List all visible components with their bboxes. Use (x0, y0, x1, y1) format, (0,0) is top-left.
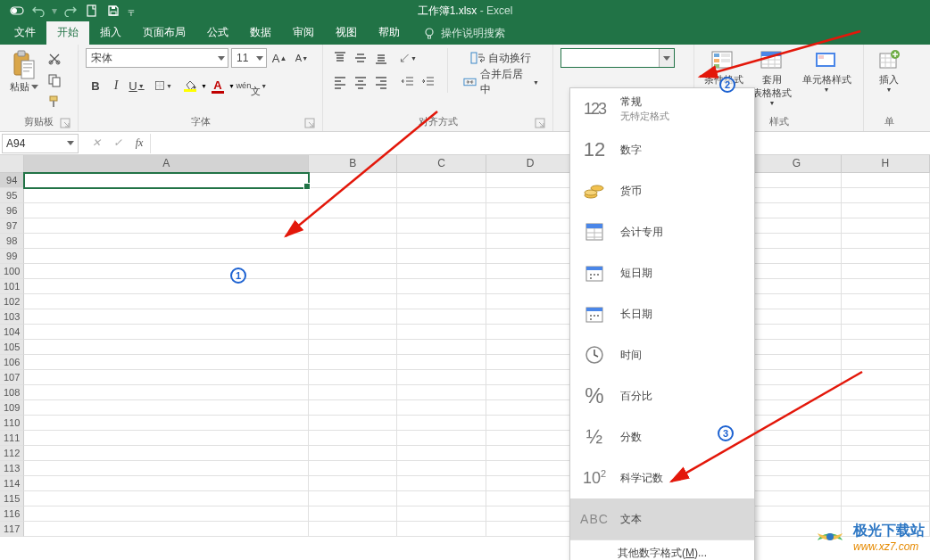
save-button[interactable] (104, 1, 123, 21)
cell[interactable] (24, 203, 309, 218)
format-painter-button[interactable] (45, 93, 64, 111)
cell[interactable] (309, 218, 397, 234)
align-center-button[interactable] (351, 72, 370, 92)
cell[interactable] (486, 203, 575, 218)
cell[interactable] (842, 431, 930, 446)
cell[interactable] (486, 506, 575, 522)
col-header-B[interactable]: B (309, 155, 397, 172)
cell[interactable] (24, 234, 309, 249)
number-format-item-time[interactable]: 时间 (570, 334, 754, 375)
cell[interactable] (486, 218, 575, 234)
number-format-item-percent[interactable]: %百分比 (570, 375, 754, 416)
row-header-107[interactable]: 107 (0, 370, 24, 385)
cell[interactable] (24, 264, 309, 279)
cell[interactable] (309, 370, 397, 385)
cell[interactable] (24, 400, 309, 416)
font-color-button[interactable]: A (208, 76, 228, 95)
cell[interactable] (397, 340, 486, 355)
cell[interactable] (486, 400, 575, 416)
cell[interactable] (309, 309, 397, 325)
autosave-toggle[interactable] (7, 1, 27, 21)
cell[interactable] (309, 325, 397, 340)
cell[interactable] (752, 218, 841, 234)
cell[interactable] (24, 309, 309, 325)
cell[interactable] (842, 309, 930, 325)
cell[interactable] (24, 476, 309, 491)
cell[interactable] (397, 355, 486, 370)
cell[interactable] (486, 461, 575, 476)
cell-styles-button[interactable]: 单元格样式▼ (798, 48, 855, 93)
tab-review[interactable]: 审阅 (282, 21, 325, 45)
align-top-button[interactable] (330, 48, 350, 68)
cell[interactable] (842, 264, 930, 279)
cell[interactable] (397, 188, 486, 203)
number-format-dropdown-button[interactable] (659, 49, 674, 67)
tab-page-layout[interactable]: 页面布局 (132, 21, 196, 45)
redo-button[interactable] (61, 1, 80, 21)
underline-button[interactable]: U▼ (127, 76, 146, 95)
align-right-button[interactable] (371, 72, 391, 92)
fx-button[interactable]: fx (129, 134, 150, 153)
tab-help[interactable]: 帮助 (368, 21, 411, 45)
cell[interactable] (309, 203, 397, 218)
number-format-item-general[interactable]: 123常规无特定格式 (570, 88, 754, 129)
decrease-font-button[interactable]: A▼ (292, 48, 311, 68)
number-format-item-shortdate[interactable]: 短日期 (570, 252, 754, 293)
col-header-A[interactable]: A (24, 155, 309, 172)
cell[interactable] (486, 522, 575, 537)
col-header-C[interactable]: C (397, 155, 486, 172)
cell[interactable] (752, 279, 841, 294)
bold-button[interactable]: B (86, 76, 105, 95)
cell[interactable] (752, 431, 841, 446)
cell[interactable] (397, 249, 486, 264)
row-header-105[interactable]: 105 (0, 340, 24, 355)
cell[interactable] (752, 522, 841, 537)
cell[interactable] (752, 294, 841, 309)
cell[interactable] (752, 188, 841, 203)
cell[interactable] (24, 173, 309, 188)
cell[interactable] (24, 188, 309, 203)
cell[interactable] (752, 446, 841, 461)
cell[interactable] (486, 188, 575, 203)
cell[interactable] (309, 506, 397, 522)
cell[interactable] (752, 385, 841, 400)
cell[interactable] (397, 309, 486, 325)
cell[interactable] (309, 476, 397, 491)
cell[interactable] (842, 294, 930, 309)
cell[interactable] (842, 506, 930, 522)
tell-me-search[interactable]: 操作说明搜索 (416, 22, 512, 45)
cell[interactable] (309, 522, 397, 537)
row-header-100[interactable]: 100 (0, 264, 24, 279)
increase-indent-button[interactable] (419, 72, 438, 92)
number-format-item-accounting[interactable]: 会计专用 (570, 211, 754, 252)
cell[interactable] (309, 491, 397, 506)
cell[interactable] (309, 446, 397, 461)
number-format-item-sci[interactable]: 102科学记数 (570, 457, 754, 498)
cell[interactable] (752, 506, 841, 522)
cell[interactable] (309, 461, 397, 476)
row-header-95[interactable]: 95 (0, 188, 24, 203)
row-header-101[interactable]: 101 (0, 279, 24, 294)
cell[interactable] (24, 522, 309, 537)
cell[interactable] (397, 279, 486, 294)
tab-formulas[interactable]: 公式 (196, 21, 239, 45)
cell[interactable] (397, 400, 486, 416)
cell[interactable] (752, 476, 841, 491)
cell[interactable] (309, 385, 397, 400)
cell[interactable] (24, 340, 309, 355)
cell[interactable] (486, 309, 575, 325)
cell[interactable] (752, 370, 841, 385)
number-format-more[interactable]: 其他数字格式(M)... (570, 539, 754, 560)
col-header-H[interactable]: H (842, 155, 930, 172)
insert-cells-button[interactable]: 插入▼ (871, 48, 907, 93)
tab-home[interactable]: 开始 (46, 21, 89, 45)
cell[interactable] (309, 340, 397, 355)
cell[interactable] (842, 325, 930, 340)
dialog-launcher-icon[interactable] (304, 118, 315, 128)
col-header-G[interactable]: G (752, 155, 841, 172)
dialog-launcher-icon[interactable] (60, 118, 71, 128)
number-format-item-longdate[interactable]: 长日期 (570, 293, 754, 334)
cell[interactable] (309, 431, 397, 446)
row-header-108[interactable]: 108 (0, 385, 24, 400)
conditional-formatting-button[interactable]: 条件格式▼ (702, 48, 746, 93)
